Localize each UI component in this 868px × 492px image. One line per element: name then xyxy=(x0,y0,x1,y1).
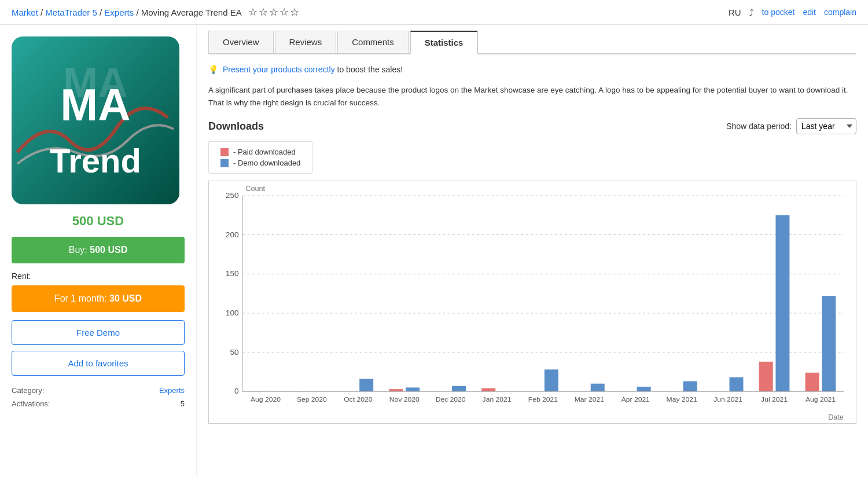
logo-background-svg: MA MA Trend xyxy=(12,36,179,204)
svg-text:Aug 2021: Aug 2021 xyxy=(806,396,836,403)
category-value[interactable]: Experts xyxy=(159,386,185,395)
period-selector-wrap: Show data period: Last yearLast monthAll… xyxy=(726,118,856,134)
period-select[interactable]: Last yearLast monthAll time xyxy=(796,118,856,134)
downloads-header: Downloads Show data period: Last yearLas… xyxy=(208,118,856,134)
add-to-favorites-button[interactable]: Add to favorites xyxy=(12,351,185,376)
breadcrumb-experts[interactable]: Experts xyxy=(104,8,134,17)
main-layout: MA MA Trend 500 USD Buy: 500 USD Rent: F… xyxy=(0,25,868,476)
tab-reviews[interactable]: Reviews xyxy=(275,31,337,53)
star-3[interactable]: ☆ xyxy=(269,6,278,19)
svg-text:MA: MA xyxy=(60,79,130,130)
legend-demo-color xyxy=(220,159,229,167)
breadcrumb-market[interactable]: Market xyxy=(12,8,38,17)
legend-demo: - Demo downloaded xyxy=(220,159,300,167)
right-panel: Overview Reviews Comments Statistics 💡 P… xyxy=(197,25,868,476)
downloads-chart: 050100150200250CountDateAug 2020Sep 2020… xyxy=(208,181,856,424)
svg-text:Count: Count xyxy=(245,185,265,193)
svg-text:Jan 2021: Jan 2021 xyxy=(483,396,512,403)
svg-rect-43 xyxy=(822,296,836,391)
svg-text:Jun 2021: Jun 2021 xyxy=(713,396,742,403)
period-label: Show data period: xyxy=(726,122,792,131)
legend-paid-color xyxy=(220,148,229,156)
free-demo-button[interactable]: Free Demo xyxy=(12,320,185,345)
svg-text:Mar 2021: Mar 2021 xyxy=(575,396,604,403)
tip-link[interactable]: Present your products correctly xyxy=(223,65,335,74)
tab-overview[interactable]: Overview xyxy=(208,31,274,53)
legend-paid-label: - Paid downloaded xyxy=(233,148,296,156)
svg-rect-27 xyxy=(481,388,495,391)
svg-rect-40 xyxy=(775,215,789,392)
svg-text:Aug 2020: Aug 2020 xyxy=(251,396,281,403)
svg-text:250: 250 xyxy=(226,191,239,200)
legend-paid: - Paid downloaded xyxy=(220,148,300,156)
edit-link[interactable]: edit xyxy=(803,8,816,17)
svg-rect-25 xyxy=(452,386,466,391)
description-text: A significant part of purchases takes pl… xyxy=(208,84,856,109)
activations-label: Activations: xyxy=(12,399,50,408)
breadcrumb-metatrader5[interactable]: MetaTrader 5 xyxy=(45,8,97,17)
tabs-bar: Overview Reviews Comments Statistics xyxy=(208,31,856,54)
svg-text:50: 50 xyxy=(230,348,238,357)
legend-demo-label: - Demo downloaded xyxy=(233,159,300,167)
svg-rect-20 xyxy=(359,379,373,392)
complain-link[interactable]: complain xyxy=(824,8,856,17)
buy-button[interactable]: Buy: 500 USD xyxy=(12,237,185,263)
svg-text:Date: Date xyxy=(828,414,844,422)
language-ru[interactable]: RU xyxy=(729,8,741,17)
svg-text:100: 100 xyxy=(226,309,239,317)
svg-text:Dec 2020: Dec 2020 xyxy=(436,396,466,403)
svg-rect-42 xyxy=(806,373,819,391)
to-pocket-link[interactable]: to pocket xyxy=(762,8,795,17)
svg-text:0: 0 xyxy=(234,387,239,396)
svg-rect-37 xyxy=(730,377,744,391)
svg-text:200: 200 xyxy=(226,230,239,239)
svg-text:Nov 2020: Nov 2020 xyxy=(389,396,420,403)
svg-rect-23 xyxy=(406,388,420,392)
star-rating[interactable]: ☆ ☆ ☆ ☆ ☆ xyxy=(248,6,299,19)
lightbulb-icon: 💡 xyxy=(208,65,218,74)
top-nav-actions: RU ⤴ to pocket edit complain xyxy=(729,8,856,17)
breadcrumb: Market / MetaTrader 5 / Experts / Moving… xyxy=(12,6,299,19)
downloads-title: Downloads xyxy=(208,120,264,133)
chart-legend: - Paid downloaded - Demo downloaded xyxy=(208,141,312,174)
tab-comments[interactable]: Comments xyxy=(337,31,409,53)
category-label: Category: xyxy=(12,386,44,395)
share-icon[interactable]: ⤴ xyxy=(749,8,754,17)
tip-box: 💡 Present your products correctly to boo… xyxy=(208,64,856,76)
svg-text:150: 150 xyxy=(226,270,239,278)
svg-text:Trend: Trend xyxy=(50,142,141,179)
svg-text:Oct 2020: Oct 2020 xyxy=(344,396,373,403)
svg-rect-31 xyxy=(591,384,605,392)
svg-text:May 2021: May 2021 xyxy=(667,396,697,403)
svg-text:Feb 2021: Feb 2021 xyxy=(528,396,558,403)
product-price: 500 USD xyxy=(12,214,185,229)
activations-value: 5 xyxy=(181,399,185,408)
tip-suffix: to boost the sales! xyxy=(337,65,403,74)
svg-text:Jul 2021: Jul 2021 xyxy=(761,396,788,403)
star-1[interactable]: ☆ xyxy=(248,6,258,19)
left-panel: MA MA Trend 500 USD Buy: 500 USD Rent: F… xyxy=(0,25,197,476)
svg-rect-33 xyxy=(637,387,651,391)
svg-text:Sep 2020: Sep 2020 xyxy=(297,396,327,403)
activations-row: Activations: 5 xyxy=(12,399,185,408)
star-2[interactable]: ☆ xyxy=(259,6,268,19)
category-row: Category: Experts xyxy=(12,386,185,395)
svg-text:Apr 2021: Apr 2021 xyxy=(621,396,650,403)
chart-svg: 050100150200250CountDateAug 2020Sep 2020… xyxy=(209,181,856,423)
product-logo: MA MA Trend xyxy=(12,36,179,204)
svg-rect-29 xyxy=(545,370,558,392)
tab-statistics[interactable]: Statistics xyxy=(410,31,479,54)
rent-button[interactable]: For 1 month: 30 USD xyxy=(12,285,185,312)
svg-rect-39 xyxy=(759,362,773,391)
rent-label: Rent: xyxy=(12,271,185,281)
breadcrumb-product-name: / Moving Average Trend EA xyxy=(136,8,241,17)
star-4[interactable]: ☆ xyxy=(279,6,289,19)
star-5[interactable]: ☆ xyxy=(290,6,299,19)
svg-rect-35 xyxy=(683,381,697,392)
svg-rect-22 xyxy=(389,389,403,391)
top-navigation: Market / MetaTrader 5 / Experts / Moving… xyxy=(0,0,868,25)
